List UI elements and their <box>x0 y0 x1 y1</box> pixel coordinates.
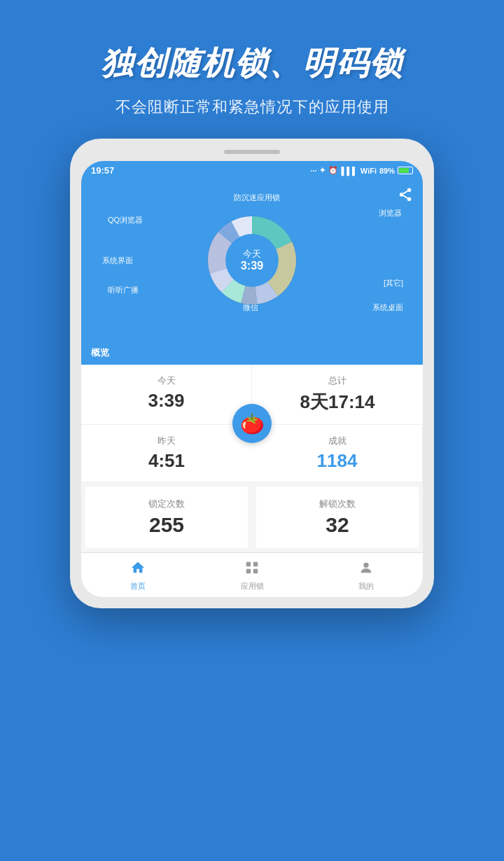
home-icon <box>130 560 146 580</box>
label-system-ui: 系统界面 <box>102 255 133 266</box>
nav-home[interactable]: 首页 <box>81 553 195 597</box>
phone-inner: 19:57 ··· ✦ ⏰ ▌▌▌ WiFi 89% <box>81 161 423 597</box>
page-header: 独创随机锁、明码锁 不会阻断正常和紧急情况下的应用使用 <box>0 0 504 139</box>
tomato-icon: 🍅 <box>240 412 265 435</box>
home-label: 首页 <box>130 581 146 592</box>
label-qq-browser: QQ浏览器 <box>108 215 143 225</box>
yesterday-value: 4:51 <box>95 450 238 472</box>
main-title: 独创随机锁、明码锁 <box>28 42 476 85</box>
phone-mockup: 19:57 ··· ✦ ⏰ ▌▌▌ WiFi 89% <box>70 139 434 608</box>
donut-chart: 今天 3:39 <box>189 197 315 323</box>
total-stat: 总计 8天17:14 <box>252 365 423 425</box>
grid-icon <box>244 560 260 580</box>
today-label: 今天 <box>95 374 237 387</box>
subtitle: 不会阻断正常和紧急情况下的应用使用 <box>28 97 476 118</box>
status-time: 19:57 <box>91 165 114 176</box>
person-icon <box>358 560 374 580</box>
phone-speaker <box>224 150 280 154</box>
svg-point-0 <box>407 188 412 192</box>
yesterday-stat: 昨天 4:51 <box>81 425 252 482</box>
svg-point-2 <box>407 197 412 202</box>
unlock-count-cell: 解锁次数 32 <box>256 486 419 548</box>
label-browser: 浏览器 <box>379 208 402 218</box>
yesterday-label: 昨天 <box>95 435 238 447</box>
lock-stats-area: 锁定次数 255 解锁次数 32 <box>81 482 423 552</box>
bluetooth-icon: ✦ <box>319 166 326 175</box>
label-desktop: 系统桌面 <box>372 302 403 313</box>
stats-area: 今天 3:39 总计 8天17:14 🍅 昨天 4:51 <box>81 365 423 482</box>
chart-area: 防沉迷应用锁 QQ浏览器 系统界面 听听广播 微信 浏览器 [其它] 系统桌面 <box>81 180 423 341</box>
achievement-label: 成就 <box>266 435 408 447</box>
mine-label: 我的 <box>358 581 374 592</box>
app-content: 防沉迷应用锁 QQ浏览器 系统界面 听听广播 微信 浏览器 [其它] 系统桌面 <box>81 180 423 365</box>
today-value: 3:39 <box>95 390 237 412</box>
total-value: 8天17:14 <box>266 390 409 414</box>
lock-value: 255 <box>99 513 234 537</box>
lock-count-cell: 锁定次数 255 <box>85 486 248 548</box>
status-right: ··· ✦ ⏰ ▌▌▌ WiFi 89% <box>310 166 413 175</box>
alarm-icon: ⏰ <box>328 166 338 175</box>
svg-text:今天: 今天 <box>243 249 261 259</box>
bottom-nav: 首页 应用锁 <box>81 552 423 597</box>
svg-line-4 <box>403 191 407 194</box>
today-stat: 今天 3:39 <box>81 365 252 425</box>
achievement-value: 1184 <box>266 450 408 472</box>
svg-rect-21 <box>253 569 258 573</box>
total-label: 总计 <box>266 374 409 387</box>
svg-line-3 <box>403 195 407 198</box>
unlock-value: 32 <box>270 513 405 537</box>
applock-label: 应用锁 <box>241 581 264 592</box>
nav-applock[interactable]: 应用锁 <box>195 553 309 597</box>
signal-bars: ▌▌▌ <box>341 167 357 175</box>
svg-rect-20 <box>246 569 251 573</box>
svg-rect-19 <box>253 562 258 566</box>
wifi-icon: WiFi <box>360 167 377 175</box>
share-button[interactable] <box>398 187 413 206</box>
achievement-stat: 成就 1184 <box>252 425 423 482</box>
svg-text:3:39: 3:39 <box>241 259 263 272</box>
tomato-button[interactable]: 🍅 <box>232 404 272 443</box>
label-radio: 听听广播 <box>108 285 139 295</box>
battery-icon <box>398 167 413 174</box>
status-bar: 19:57 ··· ✦ ⏰ ▌▌▌ WiFi 89% <box>81 161 423 180</box>
battery-percent: 89% <box>379 167 395 175</box>
label-other: [其它] <box>384 278 403 288</box>
chart-tab[interactable]: 概览 <box>81 341 423 365</box>
unlock-label: 解锁次数 <box>270 498 405 510</box>
nav-mine[interactable]: 我的 <box>309 553 423 597</box>
overview-tab-label: 概览 <box>91 347 109 358</box>
svg-point-22 <box>363 563 368 568</box>
signal-dots: ··· <box>310 167 316 175</box>
svg-rect-18 <box>246 562 251 566</box>
lock-label: 锁定次数 <box>99 498 234 510</box>
svg-point-1 <box>400 192 404 197</box>
